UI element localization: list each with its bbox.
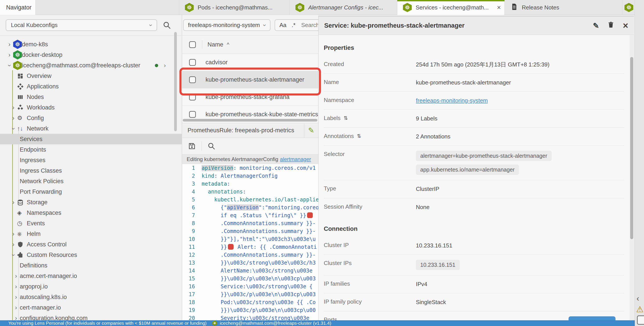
sort-icon[interactable]: ⇅ — [344, 115, 348, 121]
sidebar-scrollbar[interactable] — [174, 32, 177, 131]
kubernetes-icon: ☸ — [296, 3, 304, 12]
horizontal-scrollbar[interactable] — [183, 119, 318, 122]
sort-icon[interactable]: ⇅ — [357, 133, 361, 139]
sidebar-item-storage[interactable]: ›Storage — [0, 197, 182, 208]
kubeconfig-select[interactable]: Local Kubeconfigs › — [6, 19, 157, 31]
value-chip: 10.233.16.151 — [416, 260, 460, 270]
warning-icon[interactable]: ⚠ — [636, 304, 644, 314]
column-header-name[interactable]: Name — [208, 41, 223, 48]
search-icon[interactable] — [163, 21, 171, 30]
sidebar-item-services[interactable]: Services — [0, 134, 182, 144]
table-row[interactable]: kube-prometheus-stack-grafana — [182, 88, 318, 106]
sidebar-item-icecheng-mathmast-com-freeleaps-cluster[interactable]: ›☸icecheng@mathmast.com@freeleaps-cluste… — [0, 60, 182, 71]
sidebar-item-network[interactable]: ›↑↓Network — [0, 123, 182, 134]
row-checkbox[interactable] — [189, 94, 196, 100]
namespace-link[interactable]: freeleaps-monitoring-system — [416, 97, 488, 104]
sidebar-item-argoproj-io[interactable]: ›argoproj.io — [0, 281, 182, 292]
chevron-right-icon[interactable]: › — [12, 273, 20, 280]
sidebar-item-config[interactable]: ›⚙Config — [0, 113, 182, 123]
line-number: 1 — [182, 164, 202, 172]
edit-resource-icon[interactable]: ✎ — [308, 126, 314, 135]
sidebar-item-network-policies[interactable]: Network Policies — [0, 176, 182, 186]
yaml-editor[interactable]: 1apiVersion: monitoring.coreos.com/v12ki… — [182, 164, 318, 320]
line-number: 20 — [182, 314, 202, 320]
chevron-right-icon[interactable]: › — [12, 294, 20, 300]
search-input[interactable] — [301, 22, 318, 29]
save-icon[interactable] — [188, 142, 196, 150]
namespace-select[interactable]: freeleaps-monitoring-system › — [183, 19, 270, 31]
sidebar-item-label: Definitions — [20, 262, 48, 269]
chevron-down-icon[interactable]: › — [10, 252, 17, 258]
chevron-right-icon[interactable]: › — [164, 62, 166, 69]
chevron-right-icon[interactable]: › — [12, 315, 20, 320]
sidebar-item-nodes[interactable]: Nodes — [0, 92, 182, 102]
search-box[interactable]: Aa .* — [274, 19, 318, 31]
sidebar-item-helm[interactable]: ›⎈Helm — [0, 228, 182, 239]
edit-icon[interactable]: ✎ — [593, 21, 599, 30]
row-checkbox[interactable] — [189, 59, 196, 66]
collapse-chevron-icon[interactable]: ‹ — [636, 294, 639, 303]
regex-toggle[interactable]: .* — [292, 22, 296, 28]
chevron-right-icon[interactable]: › — [12, 283, 20, 290]
chevron-right-icon[interactable]: › — [12, 304, 20, 311]
sidebar-item-overview[interactable]: Overview — [0, 71, 182, 81]
detail-row-label: Labels⇅ — [324, 115, 416, 122]
sidebar-item-ingresses[interactable]: Ingresses — [0, 155, 182, 166]
chevron-right-icon[interactable]: › — [6, 52, 13, 58]
sidebar-item-definitions[interactable]: Definitions — [0, 260, 182, 271]
chevron-down-icon[interactable]: › — [10, 125, 17, 132]
chevron-right-icon[interactable]: › — [6, 41, 13, 48]
chip-list: 10.233.16.151 — [416, 260, 460, 270]
sidebar-item-demo-k8s[interactable]: ›☸demo-k8s — [0, 39, 182, 50]
sidebar-item-acme-cert-manager-io[interactable]: ›acme.cert-manager.io — [0, 271, 182, 281]
sidebar-item-docker-desktop[interactable]: ›☸docker-desktop — [0, 50, 182, 60]
chevron-down-icon: › — [261, 24, 268, 26]
detail-row-value: 10.233.16.151 — [416, 242, 452, 250]
detail-body: PropertiesCreated254d 17h 50m ago (2025年… — [318, 35, 630, 326]
chevron-right-icon[interactable]: › — [10, 199, 17, 206]
chevron-down-icon[interactable]: › — [6, 62, 13, 69]
row-checkbox[interactable] — [189, 76, 196, 83]
detail-scrollbar-track[interactable] — [630, 35, 634, 326]
workloads-icon — [17, 104, 27, 111]
sort-ascending-icon[interactable]: ^ — [227, 42, 229, 48]
chevron-right-icon[interactable]: › — [10, 115, 17, 122]
tab-services-icecheng-math[interactable]: ☸Services - icecheng@math...× — [397, 0, 504, 15]
select-all-checkbox[interactable] — [189, 41, 196, 48]
sidebar-item-ingress-classes[interactable]: Ingress Classes — [0, 166, 182, 176]
detail-scrollbar-thumb[interactable] — [630, 57, 633, 239]
delete-icon[interactable] — [607, 21, 614, 30]
editor-search-icon[interactable] — [208, 142, 216, 150]
sidebar-item-port-forwarding[interactable]: Port Forwarding — [0, 186, 182, 197]
chevron-right-icon[interactable]: › — [10, 230, 17, 237]
tab-pods-icecheng-mathmas[interactable]: ☸Pods - icecheng@mathmas... — [179, 0, 290, 15]
row-checkbox[interactable] — [189, 111, 196, 118]
editing-resource-link[interactable]: alertmanager — [280, 156, 311, 162]
sidebar-item-workloads[interactable]: ›Workloads — [0, 102, 182, 113]
close-icon[interactable]: × — [497, 4, 501, 11]
close-icon[interactable]: × — [623, 21, 628, 30]
sidebar-item-autoscaling-k8s-io[interactable]: ›autoscaling.k8s.io — [0, 292, 182, 302]
table-row[interactable]: kube-prometheus-stack-alertmanager — [182, 71, 318, 88]
cluster-status[interactable]: ☸ icecheng@mathmast.com@freeleaps-cluste… — [212, 320, 331, 326]
sidebar-item-custom-resources[interactable]: ›Custom Resources — [0, 250, 182, 260]
chevron-right-icon[interactable]: › — [10, 241, 17, 248]
sidebar-item-applications[interactable]: Applications — [0, 81, 182, 92]
sidebar-item-namespaces[interactable]: ◈Namespaces — [0, 208, 182, 218]
sidebar-item-events[interactable]: ◷Events — [0, 218, 182, 228]
code-line: 8 .CommonAnnotations.summary }}- — [182, 220, 318, 227]
lens-app-window: Navigator ☸Pods - icecheng@mathmas...☸Al… — [0, 0, 644, 326]
sidebar-item-access-control[interactable]: ›Access Control — [0, 239, 182, 250]
match-case-toggle[interactable]: Aa — [280, 22, 286, 28]
tab-release-notes[interactable]: Release Notes — [504, 0, 622, 15]
sidebar-item-endpoints[interactable]: Endpoints — [0, 144, 182, 155]
chevron-right-icon[interactable]: › — [10, 104, 17, 111]
sidebar-item-cert-manager-io[interactable]: ›cert-manager.io — [0, 302, 182, 313]
tab-alertmanager-configs-icec[interactable]: ☸Alertmanager Configs - icec... — [290, 0, 397, 15]
table-row[interactable]: cadvisor — [182, 54, 318, 71]
navigator-panel-tab[interactable]: Navigator — [0, 0, 36, 15]
sidebar-item-label: Network — [27, 125, 48, 132]
detail-row-ip-families: IP familiesIPv4 — [324, 275, 624, 293]
code-text: }}🚨 Alert: {{ .CommonAnnotati — [202, 243, 318, 251]
sidebar-item-configuration-konghq-com[interactable]: ›configuration.konghq.com — [0, 313, 182, 320]
